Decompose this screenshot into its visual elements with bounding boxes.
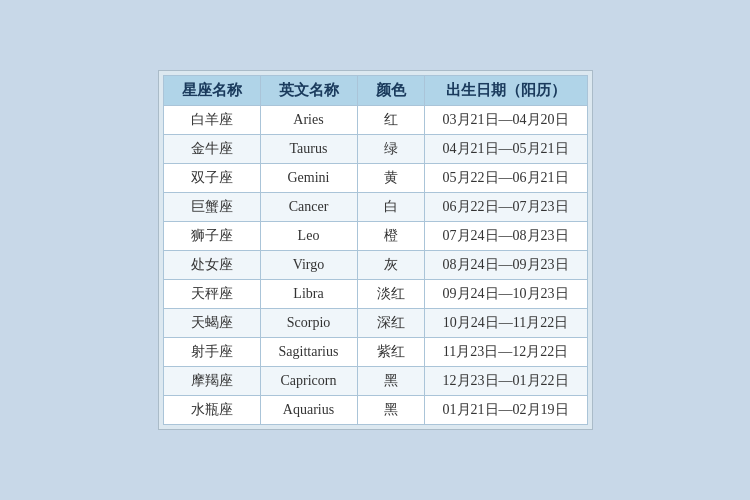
cell-chinese: 天秤座	[163, 280, 260, 309]
col-header-chinese: 星座名称	[163, 76, 260, 106]
cell-chinese: 巨蟹座	[163, 193, 260, 222]
cell-chinese: 天蝎座	[163, 309, 260, 338]
cell-color: 黄	[357, 164, 424, 193]
cell-color: 红	[357, 106, 424, 135]
cell-dates: 07月24日—08月23日	[424, 222, 587, 251]
table-row: 狮子座Leo橙07月24日—08月23日	[163, 222, 587, 251]
cell-dates: 05月22日—06月21日	[424, 164, 587, 193]
cell-color: 黑	[357, 396, 424, 425]
table-row: 天秤座Libra淡红09月24日—10月23日	[163, 280, 587, 309]
cell-english: Leo	[260, 222, 357, 251]
table-row: 白羊座Aries红03月21日—04月20日	[163, 106, 587, 135]
cell-dates: 09月24日—10月23日	[424, 280, 587, 309]
cell-chinese: 处女座	[163, 251, 260, 280]
cell-english: Capricorn	[260, 367, 357, 396]
cell-english: Sagittarius	[260, 338, 357, 367]
cell-dates: 04月21日—05月21日	[424, 135, 587, 164]
cell-dates: 11月23日—12月22日	[424, 338, 587, 367]
table-row: 处女座Virgo灰08月24日—09月23日	[163, 251, 587, 280]
cell-color: 白	[357, 193, 424, 222]
cell-dates: 12月23日—01月22日	[424, 367, 587, 396]
cell-color: 紫红	[357, 338, 424, 367]
cell-chinese: 水瓶座	[163, 396, 260, 425]
cell-chinese: 射手座	[163, 338, 260, 367]
table-row: 天蝎座Scorpio深红10月24日—11月22日	[163, 309, 587, 338]
col-header-english: 英文名称	[260, 76, 357, 106]
cell-dates: 08月24日—09月23日	[424, 251, 587, 280]
cell-english: Scorpio	[260, 309, 357, 338]
cell-dates: 01月21日—02月19日	[424, 396, 587, 425]
cell-chinese: 摩羯座	[163, 367, 260, 396]
cell-english: Taurus	[260, 135, 357, 164]
cell-color: 橙	[357, 222, 424, 251]
table-header-row: 星座名称 英文名称 颜色 出生日期（阳历）	[163, 76, 587, 106]
col-header-color: 颜色	[357, 76, 424, 106]
cell-color: 淡红	[357, 280, 424, 309]
cell-english: Virgo	[260, 251, 357, 280]
table-row: 双子座Gemini黄05月22日—06月21日	[163, 164, 587, 193]
cell-english: Cancer	[260, 193, 357, 222]
cell-color: 深红	[357, 309, 424, 338]
cell-dates: 03月21日—04月20日	[424, 106, 587, 135]
cell-english: Aries	[260, 106, 357, 135]
table-row: 水瓶座Aquarius黑01月21日—02月19日	[163, 396, 587, 425]
cell-english: Gemini	[260, 164, 357, 193]
zodiac-table: 星座名称 英文名称 颜色 出生日期（阳历） 白羊座Aries红03月21日—04…	[163, 75, 588, 425]
cell-color: 绿	[357, 135, 424, 164]
table-row: 巨蟹座Cancer白06月22日—07月23日	[163, 193, 587, 222]
cell-chinese: 狮子座	[163, 222, 260, 251]
cell-color: 黑	[357, 367, 424, 396]
table-row: 摩羯座Capricorn黑12月23日—01月22日	[163, 367, 587, 396]
cell-dates: 06月22日—07月23日	[424, 193, 587, 222]
cell-color: 灰	[357, 251, 424, 280]
table-row: 射手座Sagittarius紫红11月23日—12月22日	[163, 338, 587, 367]
cell-chinese: 双子座	[163, 164, 260, 193]
cell-english: Libra	[260, 280, 357, 309]
col-header-dates: 出生日期（阳历）	[424, 76, 587, 106]
cell-chinese: 白羊座	[163, 106, 260, 135]
table-row: 金牛座Taurus绿04月21日—05月21日	[163, 135, 587, 164]
cell-chinese: 金牛座	[163, 135, 260, 164]
cell-english: Aquarius	[260, 396, 357, 425]
cell-dates: 10月24日—11月22日	[424, 309, 587, 338]
main-container: 星座名称 英文名称 颜色 出生日期（阳历） 白羊座Aries红03月21日—04…	[158, 70, 593, 430]
